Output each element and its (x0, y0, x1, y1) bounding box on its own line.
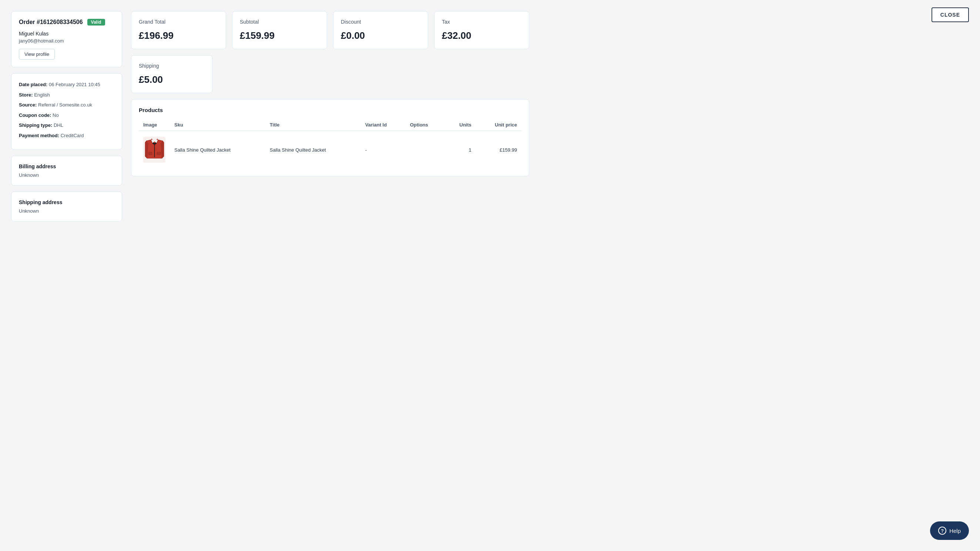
shipping-address-value: Unknown (19, 208, 115, 214)
discount-label: Discount (341, 19, 420, 25)
subtotal-card: Subtotal £159.99 (232, 11, 327, 49)
help-icon: ? (938, 527, 946, 535)
shipping-type-label: Shipping type: (19, 122, 52, 128)
order-header: Order #1612608334506 Valid (19, 19, 115, 25)
order-details-card: Date placed: 06 February 2021 10:45 Stor… (11, 73, 122, 150)
subtotal-label: Subtotal (240, 19, 320, 25)
payment-method-row: Payment method: CreditCard (19, 132, 115, 140)
customer-name: Miguel Kulas (19, 31, 115, 37)
payment-method-label: Payment method: (19, 133, 59, 138)
right-content: Grand Total £196.99 Subtotal £159.99 Dis… (131, 11, 529, 222)
col-image: Image (139, 119, 170, 131)
store-value: English (34, 92, 50, 98)
col-options: Options (406, 119, 445, 131)
view-profile-button[interactable]: View profile (19, 49, 55, 60)
col-title: Title (266, 119, 361, 131)
order-info-card: Order #1612608334506 Valid Miguel Kulas … (11, 11, 122, 67)
product-sku: Salla Shine Quilted Jacket (170, 131, 266, 169)
order-title: Order #1612608334506 (19, 19, 83, 25)
grand-total-label: Grand Total (139, 19, 218, 25)
store-label: Store: (19, 92, 33, 98)
tax-label: Tax (442, 19, 522, 25)
grand-total-card: Grand Total £196.99 (131, 11, 226, 49)
product-variant-id: - (361, 131, 406, 169)
left-sidebar: Order #1612608334506 Valid Miguel Kulas … (11, 11, 122, 222)
products-card: Products Image Sku Title Variant Id Opti… (131, 99, 529, 176)
billing-address-value: Unknown (19, 172, 115, 178)
product-units: 1 (445, 131, 476, 169)
payment-method-value: CreditCard (61, 133, 84, 138)
table-row: Salla Shine Quilted Jacket Salla Shine Q… (139, 131, 522, 169)
billing-address-title: Billing address (19, 164, 115, 169)
customer-email: jany06@hotmail.com (19, 38, 115, 44)
shipping-label: Shipping (139, 63, 205, 69)
col-unit-price: Unit price (476, 119, 522, 131)
svg-rect-1 (148, 152, 152, 155)
tax-value: £32.00 (442, 30, 522, 41)
col-units: Units (445, 119, 476, 131)
products-table: Image Sku Title Variant Id Options Units… (139, 119, 522, 168)
date-placed-label: Date placed: (19, 82, 48, 87)
discount-value: £0.00 (341, 30, 420, 41)
source-label: Source: (19, 102, 37, 108)
discount-card: Discount £0.00 (333, 11, 428, 49)
subtotal-value: £159.99 (240, 30, 320, 41)
products-title: Products (139, 107, 522, 113)
grand-total-value: £196.99 (139, 30, 218, 41)
product-title: Salla Shine Quilted Jacket (266, 131, 361, 169)
coupon-value: No (52, 113, 59, 118)
source-row: Source: Referral / Somesite.co.uk (19, 101, 115, 109)
product-unit-price: £159.99 (476, 131, 522, 169)
coupon-row: Coupon code: No (19, 112, 115, 119)
shipping-type-row: Shipping type: DHL (19, 122, 115, 129)
source-value: Referral / Somesite.co.uk (38, 102, 92, 108)
col-variant-id: Variant Id (361, 119, 406, 131)
shipping-address-card: Shipping address Unknown (11, 192, 122, 222)
date-placed-row: Date placed: 06 February 2021 10:45 (19, 81, 115, 88)
product-image (143, 137, 165, 163)
shipping-type-value: DHL (54, 122, 63, 128)
close-button[interactable]: CLOSE (932, 7, 969, 22)
coupon-label: Coupon code: (19, 113, 51, 118)
store-row: Store: English (19, 91, 115, 99)
tax-card: Tax £32.00 (434, 11, 529, 49)
products-table-header: Image Sku Title Variant Id Options Units… (139, 119, 522, 131)
shipping-card: Shipping £5.00 (131, 55, 212, 93)
order-status-badge: Valid (88, 19, 105, 25)
col-sku: Sku (170, 119, 266, 131)
help-label: Help (949, 528, 961, 534)
product-image-cell (139, 131, 170, 169)
shipping-value: £5.00 (139, 74, 205, 86)
date-placed-value: 06 February 2021 10:45 (49, 82, 100, 87)
shipping-address-title: Shipping address (19, 199, 115, 205)
product-options (406, 131, 445, 169)
shipping-row: Shipping £5.00 (131, 55, 529, 93)
summary-row: Grand Total £196.99 Subtotal £159.99 Dis… (131, 11, 529, 49)
billing-address-card: Billing address Unknown (11, 156, 122, 186)
help-button[interactable]: ? Help (930, 521, 969, 540)
svg-rect-2 (157, 152, 161, 155)
